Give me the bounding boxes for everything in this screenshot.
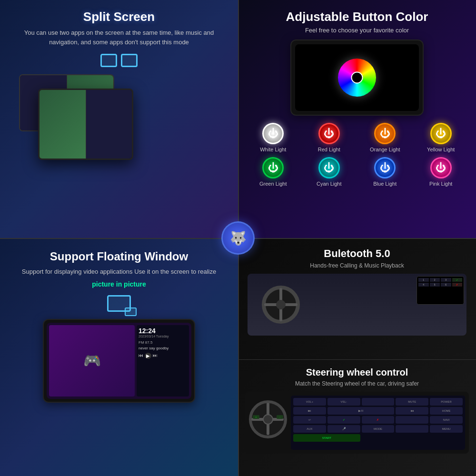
ctrl-home[interactable]: HOME bbox=[430, 407, 463, 415]
media-left: 🎮 bbox=[49, 325, 135, 397]
split-screen-section: Split Screen You can use two apps on the… bbox=[0, 0, 238, 238]
light-icon-blue bbox=[374, 157, 396, 178]
device-car-display: 1 2 3 ✓ 4 5 6 ✗ bbox=[416, 276, 464, 305]
floating-window-desc: Support for displaying video application… bbox=[22, 267, 216, 277]
steering-wheel: + - bbox=[249, 400, 287, 438]
light-btn-green[interactable]: Green Light bbox=[248, 157, 299, 187]
light-btn-yellow[interactable]: Yellow Light bbox=[416, 123, 467, 152]
ctrl-voice[interactable]: 🎤 bbox=[327, 425, 360, 433]
steering-content: + - VOL+ VSL- MUTE POWER ⏭ ▶/II ⏮ HOME bbox=[245, 392, 469, 454]
light-btn-cyan[interactable]: Cyan Light bbox=[304, 157, 355, 187]
light-label-cyan: Cyan Light bbox=[317, 181, 342, 187]
ctrl-empty3 bbox=[396, 425, 428, 433]
ctrl-power[interactable]: POWER bbox=[430, 398, 463, 406]
light-label-blue: Blue Light bbox=[373, 181, 397, 187]
steer-controls: VOL+ VSL- MUTE POWER ⏭ ▶/II ⏮ HOME ↩ ✓ ✗… bbox=[291, 396, 465, 450]
steering-title: Steering wheel control bbox=[306, 367, 408, 378]
bt-steering-section: Buletooth 5.0 Hands-free Calling & Music… bbox=[238, 238, 476, 476]
device-screen-large: 🎮 12:24 2023/03/14 Tuesday FM 87.5 never… bbox=[47, 323, 191, 399]
center-logo: 🐺 bbox=[221, 221, 255, 255]
light-label-white: White Light bbox=[260, 147, 286, 152]
device-screen bbox=[295, 44, 419, 111]
music-right bbox=[86, 90, 132, 159]
floating-window-section: Support Floating Window Support for disp… bbox=[0, 238, 238, 476]
main-grid: Split Screen You can use two apps on the… bbox=[0, 0, 476, 476]
device-large: 🎮 12:24 2023/03/14 Tuesday FM 87.5 never… bbox=[43, 319, 195, 403]
bluetooth-section: Buletooth 5.0 Hands-free Calling & Music… bbox=[238, 238, 476, 360]
ctrl-prev[interactable]: ⏮ bbox=[396, 407, 428, 415]
ctrl-start[interactable]: START bbox=[293, 434, 360, 442]
light-icon-white bbox=[262, 123, 284, 144]
split-box-left bbox=[100, 54, 117, 67]
light-btn-blue[interactable]: Blue Light bbox=[359, 157, 411, 187]
bluetooth-title: Buletooth 5.0 bbox=[324, 248, 390, 260]
car-interior: 1 2 3 ✓ 4 5 6 ✗ bbox=[248, 274, 466, 336]
light-btn-white[interactable]: White Light bbox=[248, 123, 299, 152]
button-color-section: Adjustable Button Color Feel free to cho… bbox=[238, 0, 476, 238]
ctrl-mode[interactable]: MODE bbox=[362, 425, 395, 433]
ctrl-playpause[interactable]: ▶/II bbox=[327, 407, 395, 415]
ctrl-back[interactable]: ↩ bbox=[293, 416, 326, 424]
ctrl-empty2 bbox=[396, 416, 428, 424]
split-icon bbox=[100, 54, 138, 67]
device-mockup bbox=[290, 40, 424, 116]
ctrl-next[interactable]: ⏭ bbox=[293, 407, 326, 415]
light-label-pink: Pink Light bbox=[429, 181, 452, 187]
screen-mockup-container: ♫ 🗺 bbox=[10, 74, 228, 169]
light-icon-orange bbox=[374, 123, 396, 144]
floating-window-title: Support Floating Window bbox=[50, 250, 188, 263]
light-btn-red[interactable]: Red Light bbox=[304, 123, 355, 152]
logo-symbol: 🐺 bbox=[230, 230, 247, 246]
color-wheel[interactable] bbox=[338, 59, 376, 97]
ctrl-vol-plus[interactable]: VOL+ bbox=[293, 398, 326, 406]
floating-icon bbox=[107, 295, 131, 312]
ctrl-answer[interactable]: ✓ bbox=[327, 416, 360, 424]
light-label-green: Green Light bbox=[259, 181, 287, 187]
ctrl-empty1 bbox=[362, 398, 395, 406]
light-icon-yellow bbox=[430, 123, 452, 144]
ctrl-menu[interactable]: MENU bbox=[430, 425, 463, 433]
light-icon-pink bbox=[430, 157, 452, 178]
light-btn-pink[interactable]: Pink Light bbox=[416, 157, 467, 187]
screen-mockup-2 bbox=[38, 89, 133, 160]
float-box-small bbox=[125, 307, 137, 316]
light-icon-red bbox=[318, 123, 340, 144]
steering-section: Steering wheel control Match the Steerin… bbox=[238, 360, 476, 476]
split-box-right bbox=[121, 54, 138, 67]
light-buttons-grid: White Light Red Light Orange Light Yello… bbox=[248, 123, 466, 187]
ctrl-aux[interactable]: AUX bbox=[293, 425, 326, 433]
bluetooth-subtitle: Hands-free Calling & Music Playback bbox=[310, 262, 404, 269]
split-screen-title: Split Screen bbox=[83, 10, 155, 24]
color-wheel-center bbox=[351, 72, 363, 84]
light-label-orange: Orange Light bbox=[370, 147, 400, 152]
nav-left bbox=[40, 90, 86, 159]
ctrl-reject[interactable]: ✗ bbox=[362, 416, 395, 424]
ctrl-vsl[interactable]: VSL- bbox=[327, 398, 360, 406]
light-label-yellow: Yellow Light bbox=[427, 147, 455, 152]
ctrl-mute[interactable]: MUTE bbox=[396, 398, 428, 406]
light-icon-cyan bbox=[318, 157, 340, 178]
light-label-red: Red Light bbox=[318, 147, 340, 152]
split-screen-desc: You can use two apps on the screen at th… bbox=[10, 28, 228, 47]
float-box-main bbox=[107, 295, 131, 312]
button-color-subtitle: Feel free to choose your favorite color bbox=[305, 27, 409, 34]
light-icon-green bbox=[262, 157, 284, 178]
ctrl-navi[interactable]: NAVI bbox=[430, 416, 463, 424]
light-btn-orange[interactable]: Orange Light bbox=[359, 123, 411, 152]
info-right: 12:24 2023/03/14 Tuesday FM 87.5 never s… bbox=[137, 325, 189, 397]
floating-window-highlight: picture in picture bbox=[92, 280, 146, 288]
clock-display: 12:24 bbox=[139, 327, 187, 335]
button-color-title: Adjustable Button Color bbox=[286, 10, 428, 24]
steering-subtitle: Match the Steering wheel of the car, dri… bbox=[295, 380, 419, 387]
